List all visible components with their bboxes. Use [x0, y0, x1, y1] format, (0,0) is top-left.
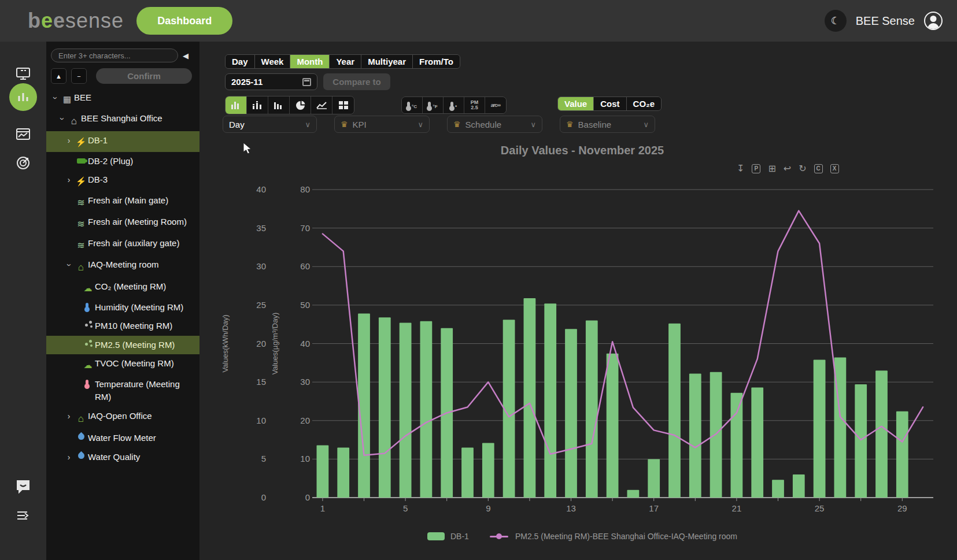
bar-db1-day-13[interactable]: [565, 329, 577, 498]
expand-all-button[interactable]: ▲: [51, 68, 66, 84]
tree-item-bee[interactable]: ›▦BEE: [46, 88, 199, 109]
pie-chart-icon[interactable]: [290, 97, 311, 114]
stacked-bar-chart-icon[interactable]: [247, 97, 268, 114]
column-chart-icon[interactable]: [268, 97, 290, 114]
tree-item-fresh-air-auxilary-gate-[interactable]: ≋Fresh air (auxilary gate): [46, 234, 199, 255]
reports-icon[interactable]: [10, 121, 36, 147]
daily-values-chart[interactable]: 051015202530354001020304050607080Values(…: [215, 171, 949, 522]
bar-db1-day-22[interactable]: [751, 387, 763, 498]
chevron-right-icon[interactable]: ›: [64, 451, 74, 463]
bar-db1-day-17[interactable]: [648, 459, 660, 498]
bar-chart-icon[interactable]: [226, 97, 247, 114]
dashboard-button[interactable]: Dashboard: [136, 7, 232, 35]
bar-db1-day-18[interactable]: [668, 324, 681, 498]
bar-db1-day-3[interactable]: [358, 314, 370, 498]
line-pm25[interactable]: [323, 211, 923, 455]
tree-item-iaq-meeting-room[interactable]: ›⌂IAQ-Meeting room: [46, 255, 199, 278]
tab-year[interactable]: Year: [330, 55, 361, 68]
store-icon: ⌂: [67, 114, 81, 129]
compare-to-button[interactable]: Compare to: [323, 73, 390, 90]
premium-icon: ♛: [566, 120, 574, 129]
line-chart-icon[interactable]: [311, 97, 332, 114]
chevron-down-icon[interactable]: ›: [49, 93, 61, 103]
logout-icon[interactable]: [10, 503, 36, 528]
legend-line-marker[interactable]: [490, 536, 508, 537]
tab-day[interactable]: Day: [226, 55, 255, 68]
tree-item-pm2-5-meeting-rm-[interactable]: PM2.5 (Meeting RM): [46, 336, 199, 355]
pm25-icon[interactable]: PM2.5: [464, 97, 485, 113]
tree-item-db-2-plug-[interactable]: DB-2 (Plug): [46, 152, 199, 171]
tab-value[interactable]: Value: [558, 97, 594, 110]
tree-search-input[interactable]: [51, 49, 178, 62]
bar-db1-day-1[interactable]: [317, 445, 329, 498]
tree-item-tvoc-meeting-rm-[interactable]: ☁TVOC (Meeting RM): [46, 354, 199, 375]
tree-item-bee-shanghai-office[interactable]: ›⌂BEE Shanghai Office: [46, 109, 199, 132]
bar-db1-day-16[interactable]: [627, 490, 640, 498]
tab-month[interactable]: Month: [290, 55, 330, 68]
chevron-right-icon[interactable]: ›: [64, 174, 74, 186]
fahrenheit-thermometer-icon[interactable]: °F: [423, 97, 444, 113]
bar-db1-day-19[interactable]: [689, 373, 701, 498]
bar-db1-day-28[interactable]: [875, 370, 888, 498]
feedback-icon[interactable]: [10, 474, 36, 499]
bar-db1-day-9[interactable]: [482, 443, 494, 498]
panel-collapse-icon[interactable]: ◀: [183, 51, 189, 60]
arc-sound-icon[interactable]: arc›››: [485, 97, 506, 113]
kpi-dropdown[interactable]: ♛ KPI ∨: [334, 116, 430, 133]
tree-item-water-quality[interactable]: ›Water Quality: [46, 448, 199, 467]
bar-db1-day-21[interactable]: [731, 393, 743, 498]
date-picker[interactable]: 2025-11: [225, 73, 317, 90]
wind-icon: ≋: [74, 217, 88, 231]
tree-item-fresh-air-meeting-room-[interactable]: ≋Fresh air (Meeting Room): [46, 213, 199, 234]
tab-from-to[interactable]: From/To: [413, 55, 460, 68]
bar-db1-day-5[interactable]: [400, 323, 412, 498]
goals-icon[interactable]: [10, 150, 36, 176]
bar-db1-day-25[interactable]: [814, 359, 826, 498]
tree-item-db-1[interactable]: ›⚡DB-1: [46, 131, 199, 152]
tree-item-db-3[interactable]: ›⚡DB-3: [46, 170, 199, 191]
tab-multiyear[interactable]: Multiyear: [361, 55, 413, 68]
baseline-dropdown[interactable]: ♛ Baseline ∨: [560, 116, 655, 133]
legend-label[interactable]: PM2.5 (Meeting RM)-BEE Shanghai Office-I…: [515, 532, 737, 541]
tree-item-humidity-meeting-rm-[interactable]: Humidity (Meeting RM): [46, 298, 199, 317]
avatar-icon[interactable]: [924, 12, 943, 30]
chevron-down-icon[interactable]: ›: [63, 259, 75, 270]
bar-db1-day-12[interactable]: [544, 303, 556, 498]
tab-cost[interactable]: Cost: [594, 97, 626, 110]
chevron-down-icon[interactable]: ›: [56, 113, 68, 124]
bar-db1-day-23[interactable]: [772, 480, 784, 498]
data-grid-icon[interactable]: [332, 97, 354, 114]
granularity-dropdown[interactable]: Day ∨: [223, 116, 317, 133]
bar-db1-day-2[interactable]: [337, 447, 349, 498]
tree-item-pm10-meeting-rm-[interactable]: PM10 (Meeting RM): [46, 317, 199, 336]
tree-item-iaq-open-office[interactable]: ›⌂IAQ-Open Office: [46, 407, 199, 429]
tree-item-water-flow-meter[interactable]: Water Flow Meter: [46, 429, 199, 448]
bar-db1-day-6[interactable]: [420, 321, 433, 498]
collapse-all-button[interactable]: −: [71, 68, 87, 84]
bar-db1-day-29[interactable]: [896, 411, 908, 498]
bar-db1-day-15[interactable]: [607, 354, 619, 498]
schedule-dropdown[interactable]: ♛ Schedule ∨: [447, 116, 542, 133]
bar-db1-day-27[interactable]: [855, 384, 867, 498]
tree-item-co-meeting-rm-[interactable]: ☁CO₂ (Meeting RM): [46, 277, 199, 298]
theme-moon-icon[interactable]: ☾: [825, 10, 847, 32]
bar-db1-day-4[interactable]: [379, 317, 391, 498]
celsius-thermometer-icon[interactable]: °C: [402, 97, 423, 113]
tab-week[interactable]: Week: [255, 55, 291, 68]
bar-db1-day-8[interactable]: [461, 447, 474, 498]
legend-label[interactable]: DB-1: [450, 532, 469, 541]
humidity-thermometer-icon[interactable]: •: [444, 97, 464, 113]
legend-bar-swatch[interactable]: [427, 532, 445, 540]
bar-db1-day-14[interactable]: [586, 321, 598, 498]
tab-co-e[interactable]: CO₂e: [627, 97, 662, 110]
tree-item-fresh-air-main-gate-[interactable]: ≋Fresh air (Main gate): [46, 191, 199, 213]
chevron-right-icon[interactable]: ›: [64, 135, 74, 147]
tree-item-temperature-meeting-rm-[interactable]: Temperature (Meeting RM): [46, 375, 199, 407]
chevron-right-icon[interactable]: ›: [64, 410, 74, 422]
y-axis-ugm3-tick: 0: [305, 492, 310, 502]
confirm-button[interactable]: Confirm: [96, 68, 192, 84]
bar-db1-day-24[interactable]: [793, 474, 805, 498]
bolt-icon: ⚡: [74, 136, 88, 149]
analytics-icon[interactable]: [9, 83, 37, 111]
bar-db1-day-11[interactable]: [524, 298, 536, 498]
